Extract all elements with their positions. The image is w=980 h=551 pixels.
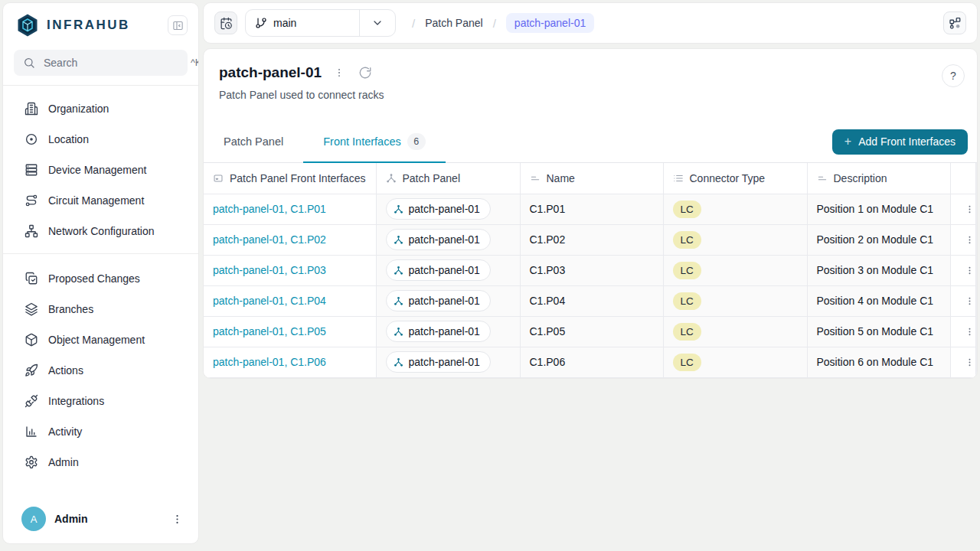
help-button[interactable]: ?	[942, 64, 965, 87]
column-header-description[interactable]: Description	[807, 163, 950, 194]
name-cell: C1.P04	[520, 285, 663, 316]
schema-graph-button[interactable]	[943, 11, 966, 34]
pill-label: patch-panel-01	[409, 295, 480, 307]
text-icon	[817, 173, 828, 184]
column-header-front-interfaces[interactable]: Patch Panel Front Interfaces	[204, 163, 376, 194]
column-header-connector-type[interactable]: Connector Type	[663, 163, 807, 194]
column-header-name[interactable]: Name	[520, 163, 663, 194]
sidebar-item-branches[interactable]: Branches	[3, 294, 198, 324]
sidebar-collapse-button[interactable]	[168, 15, 188, 35]
kebab-icon	[965, 235, 975, 245]
tab-patch-panel[interactable]: Patch Panel	[204, 121, 303, 162]
title-menu-button[interactable]	[332, 66, 346, 80]
table-row[interactable]: patch-panel-01, C1.P03 patch-panel-01 C1…	[204, 255, 975, 285]
interface-link[interactable]: patch-panel-01, C1.P06	[213, 356, 326, 368]
search-shortcut: ^K	[191, 57, 199, 68]
search-input[interactable]: ^K	[14, 50, 188, 76]
plus-icon: +	[844, 135, 851, 148]
row-actions-button[interactable]	[960, 230, 978, 249]
column-header-label: Patch Panel	[403, 172, 461, 184]
text-icon	[530, 173, 541, 184]
patch-panel-pill[interactable]: patch-panel-01	[386, 351, 491, 373]
column-header-actions	[950, 163, 975, 194]
bar-chart-icon	[24, 425, 38, 439]
question-mark-icon: ?	[950, 70, 956, 82]
table-row[interactable]: patch-panel-01, C1.P01 patch-panel-01 C1…	[204, 194, 975, 224]
sidebar-item-network-configuration[interactable]: Network Configuration	[3, 216, 198, 246]
breadcrumb-item-current[interactable]: patch-panel-01	[506, 13, 594, 33]
sidebar-header: INFRAHUB	[3, 3, 198, 45]
sidebar-item-circuit-management[interactable]: Circuit Management	[3, 185, 198, 216]
add-front-interfaces-button[interactable]: + Add Front Interfaces	[832, 129, 968, 155]
sidebar-item-actions[interactable]: Actions	[3, 355, 198, 386]
refresh-button[interactable]	[357, 64, 374, 81]
avatar: A	[21, 507, 46, 531]
sidebar-item-device-management[interactable]: Device Management	[3, 155, 198, 185]
row-actions-button[interactable]	[960, 353, 978, 372]
table-row[interactable]: patch-panel-01, C1.P05 patch-panel-01 C1…	[204, 316, 975, 347]
hierarchy-icon	[394, 204, 403, 214]
row-actions-button[interactable]	[960, 261, 978, 280]
card-icon	[213, 173, 224, 184]
box-icon	[24, 333, 38, 347]
patch-panel-pill[interactable]: patch-panel-01	[386, 198, 491, 220]
tab-front-interfaces[interactable]: Front Interfaces 6	[303, 121, 446, 163]
column-header-patch-panel[interactable]: Patch Panel	[376, 163, 520, 194]
copy-icon	[24, 272, 38, 285]
search-field[interactable]	[42, 56, 184, 70]
sidebar-item-label: Object Management	[48, 334, 145, 346]
server-icon	[24, 163, 38, 177]
sidebar-nav-secondary: Proposed Changes Branches Object Managem…	[3, 254, 198, 482]
sidebar-item-label: Activity	[48, 425, 82, 438]
name-cell: C1.P02	[520, 224, 663, 255]
sidebar-item-label: Location	[48, 133, 89, 145]
interface-link[interactable]: patch-panel-01, C1.P01	[213, 203, 326, 215]
sidebar-item-integrations[interactable]: Integrations	[3, 386, 198, 416]
patch-panel-pill[interactable]: patch-panel-01	[386, 229, 491, 250]
sidebar-item-location[interactable]: Location	[3, 124, 198, 155]
sidebar-item-customer-service[interactable]: Customer Service	[3, 246, 198, 253]
time-travel-button[interactable]	[214, 11, 237, 34]
description-cell: Position 6 on Module C1	[807, 347, 950, 377]
connector-type-badge: LC	[673, 354, 701, 371]
branch-selector[interactable]: main	[245, 9, 396, 37]
user-name: Admin	[54, 513, 160, 525]
patch-panel-pill[interactable]: patch-panel-01	[386, 321, 491, 342]
user-menu[interactable]: A Admin	[3, 497, 198, 543]
interface-link[interactable]: patch-panel-01, C1.P04	[213, 295, 326, 307]
sidebar-item-object-management[interactable]: Object Management	[3, 324, 198, 355]
interface-link[interactable]: patch-panel-01, C1.P02	[213, 233, 326, 246]
sidebar-item-activity[interactable]: Activity	[3, 416, 198, 447]
sidebar-item-proposed-changes[interactable]: Proposed Changes	[3, 263, 198, 294]
user-menu-button[interactable]	[168, 510, 186, 528]
row-actions-button[interactable]	[960, 322, 978, 341]
sidebar-item-label: Proposed Changes	[48, 272, 140, 285]
connector-type-badge: LC	[673, 262, 701, 279]
breadcrumb-separator: /	[410, 17, 417, 30]
table-row[interactable]: patch-panel-01, C1.P06 patch-panel-01 C1…	[204, 347, 975, 377]
kebab-icon	[172, 514, 183, 525]
hierarchy-icon	[394, 266, 403, 276]
sidebar-item-organization[interactable]: Organization	[3, 93, 198, 124]
row-actions-button[interactable]	[960, 200, 978, 219]
hierarchy-icon	[394, 296, 403, 306]
hierarchy-icon	[394, 235, 403, 245]
workflow-icon	[948, 16, 962, 30]
interface-link[interactable]: patch-panel-01, C1.P05	[213, 325, 326, 337]
row-actions-button[interactable]	[960, 292, 978, 311]
patch-panel-pill[interactable]: patch-panel-01	[386, 290, 491, 311]
table-row[interactable]: patch-panel-01, C1.P02 patch-panel-01 C1…	[204, 224, 975, 255]
infrahub-logo-icon	[15, 13, 40, 37]
name-cell: C1.P05	[520, 316, 663, 347]
breadcrumb-item-patch-panel[interactable]: Patch Panel	[425, 17, 483, 29]
sidebar-item-admin[interactable]: Admin	[3, 447, 198, 478]
kebab-icon	[965, 266, 975, 276]
table-header-row: Patch Panel Front Interfaces Patch Panel…	[204, 163, 975, 194]
connector-type-badge: LC	[673, 292, 701, 310]
table-scrollbar-gutter[interactable]	[976, 163, 978, 378]
table-row[interactable]: patch-panel-01, C1.P04 patch-panel-01 C1…	[204, 285, 975, 316]
interface-link[interactable]: patch-panel-01, C1.P03	[213, 264, 326, 276]
interfaces-table-wrap: Patch Panel Front Interfaces Patch Panel…	[204, 163, 977, 378]
patch-panel-pill[interactable]: patch-panel-01	[386, 259, 491, 281]
sidebar-item-label: Circuit Management	[48, 194, 144, 207]
